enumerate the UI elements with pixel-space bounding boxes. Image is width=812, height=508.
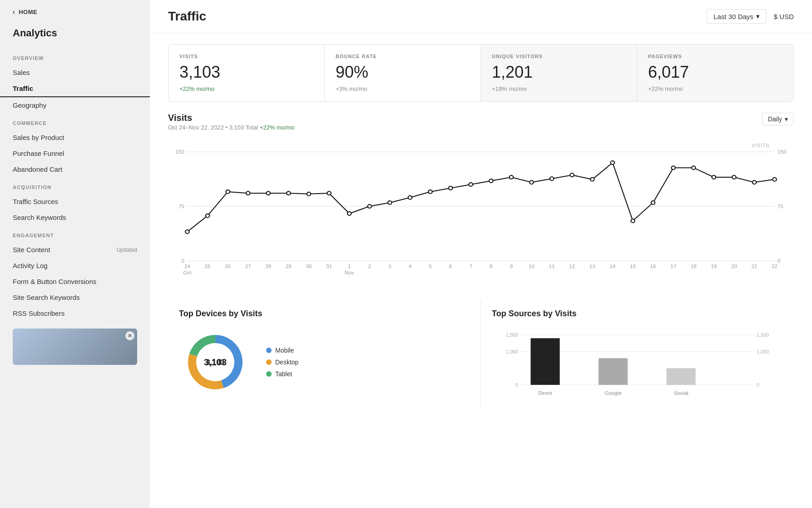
sidebar-item-label-sales: Sales: [13, 69, 30, 76]
svg-rect-82: [530, 338, 559, 385]
svg-text:18: 18: [691, 264, 697, 269]
svg-text:1,000: 1,000: [506, 349, 518, 354]
svg-point-16: [307, 192, 311, 196]
top-sources-title: Top Sources by Visits: [492, 309, 783, 319]
interval-chevron-icon: ▾: [785, 115, 788, 123]
sidebar-item-site-search-keywords[interactable]: Site Search Keywords: [0, 289, 150, 305]
bar-chart-wrapper: 001,0001,0001,5001,500DirectGoogleSocial: [492, 326, 783, 400]
sidebar-badge-site-content: Updated: [117, 247, 137, 253]
sidebar-section-engagement: ENGAGEMENT: [0, 225, 150, 242]
svg-text:15: 15: [630, 264, 636, 269]
sidebar-item-label-form-button-conversions: Form & Button Conversions: [13, 278, 96, 285]
sidebar-item-search-keywords[interactable]: Search Keywords: [0, 209, 150, 225]
stat-value-pageviews: 6,017: [648, 63, 782, 82]
svg-text:0: 0: [515, 383, 518, 388]
sidebar-item-traffic-sources[interactable]: Traffic Sources: [0, 194, 150, 209]
svg-text:30: 30: [306, 264, 312, 269]
interval-selector[interactable]: Daily ▾: [762, 113, 794, 125]
legend-dot-desktop: [266, 359, 272, 365]
stat-change-pageviews: +22% mo/mo: [648, 85, 782, 92]
svg-point-32: [631, 219, 634, 223]
sidebar-item-sales[interactable]: Sales: [0, 65, 150, 80]
sidebar-item-purchase-funnel[interactable]: Purchase Funnel: [0, 145, 150, 161]
svg-text:Oct: Oct: [183, 270, 192, 275]
svg-text:9: 9: [510, 264, 513, 269]
svg-text:11: 11: [549, 264, 555, 269]
svg-point-12: [226, 190, 229, 194]
sidebar-item-abandoned-cart[interactable]: Abandoned Cart: [0, 161, 150, 177]
donut-legend: MobileDesktopTablet: [266, 347, 298, 378]
donut-container: 3,103 3,103 MobileDesktopTablet: [179, 326, 470, 398]
sidebar-item-rss-subscribers[interactable]: RSS Subscribers: [0, 305, 150, 321]
svg-point-20: [388, 201, 391, 204]
sidebar-item-label-site-content: Site Content: [13, 246, 50, 254]
interval-label: Daily: [768, 115, 782, 123]
stat-card-bounce-rate: BOUNCE RATE90%+3% mo/mo: [325, 45, 481, 101]
header-controls: Last 30 Days ▾ $ USD: [707, 9, 794, 24]
chevron-down-icon: ▾: [756, 12, 760, 20]
svg-point-31: [611, 161, 614, 164]
stat-card-unique-visitors: UNIQUE VISITORS1,201+19% mo/mo: [481, 45, 637, 101]
svg-point-29: [570, 173, 574, 177]
svg-text:19: 19: [711, 264, 717, 269]
sidebar-item-label-traffic: Traffic: [13, 85, 33, 92]
stat-value-unique-visitors: 1,201: [492, 63, 626, 82]
svg-point-34: [671, 166, 675, 169]
sidebar-item-label-activity-log: Activity Log: [13, 262, 48, 269]
sidebar-sections: OVERVIEWSalesTrafficGeographyCOMMERCESal…: [0, 48, 150, 321]
stat-change-bounce-rate: +3% mo/mo: [336, 85, 470, 92]
stat-value-bounce-rate: 90%: [336, 63, 470, 82]
svg-point-19: [367, 204, 371, 208]
donut-total-value: 3,103: [204, 357, 227, 368]
svg-text:14: 14: [609, 264, 615, 269]
svg-text:28: 28: [265, 264, 271, 269]
sidebar-item-traffic[interactable]: Traffic: [0, 80, 150, 97]
svg-text:17: 17: [670, 264, 676, 269]
svg-point-25: [489, 179, 493, 183]
stat-card-pageviews: PAGEVIEWS6,017+22% mo/mo: [637, 45, 793, 101]
svg-point-24: [469, 183, 472, 186]
visits-line-chart: 007575150150VISITS24Oct252627282930311No…: [168, 138, 794, 284]
svg-point-37: [732, 175, 736, 179]
svg-point-17: [327, 191, 331, 195]
svg-text:150: 150: [777, 149, 786, 154]
chart-title: Visits: [168, 113, 295, 123]
date-range-label: Last 30 Days: [713, 13, 753, 20]
svg-text:0: 0: [757, 383, 759, 388]
svg-text:7: 7: [469, 264, 472, 269]
svg-text:75: 75: [777, 204, 783, 209]
sidebar-section-commerce: COMMERCE: [0, 113, 150, 129]
svg-point-15: [287, 191, 290, 195]
main-content: Traffic Last 30 Days ▾ $ USD VISITS3,103…: [150, 0, 812, 508]
svg-text:13: 13: [589, 264, 595, 269]
sidebar-item-form-button-conversions[interactable]: Form & Button Conversions: [0, 274, 150, 289]
sidebar-item-sales-by-product[interactable]: Sales by Product: [0, 129, 150, 145]
svg-text:24: 24: [184, 264, 190, 269]
sidebar-home-button[interactable]: ‹ HOME: [0, 0, 150, 24]
sidebar-analytics-title: Analytics: [0, 24, 150, 48]
svg-point-22: [428, 190, 432, 194]
date-range-picker[interactable]: Last 30 Days ▾: [707, 9, 767, 24]
svg-text:1: 1: [348, 264, 351, 269]
close-promo-button[interactable]: ✕: [125, 331, 134, 340]
svg-text:Social: Social: [674, 390, 688, 396]
svg-point-30: [590, 178, 594, 181]
svg-point-33: [651, 201, 655, 204]
sidebar-item-activity-log[interactable]: Activity Log: [0, 258, 150, 274]
svg-text:16: 16: [650, 264, 656, 269]
svg-point-11: [206, 214, 209, 218]
sidebar-item-site-content[interactable]: Site ContentUpdated: [0, 242, 150, 258]
svg-text:3: 3: [388, 264, 391, 269]
svg-point-18: [347, 212, 351, 215]
svg-text:22: 22: [772, 264, 777, 269]
svg-text:Nov: Nov: [345, 270, 354, 275]
svg-text:21: 21: [752, 264, 758, 269]
sidebar-item-geography[interactable]: Geography: [0, 97, 150, 113]
svg-text:6: 6: [449, 264, 452, 269]
svg-point-36: [712, 175, 716, 179]
legend-label-mobile: Mobile: [275, 347, 294, 354]
svg-text:4: 4: [409, 264, 411, 269]
svg-text:75: 75: [178, 204, 184, 209]
top-sources-card: Top Sources by Visits 001,0001,0001,5001…: [481, 300, 794, 409]
svg-point-21: [408, 196, 412, 199]
